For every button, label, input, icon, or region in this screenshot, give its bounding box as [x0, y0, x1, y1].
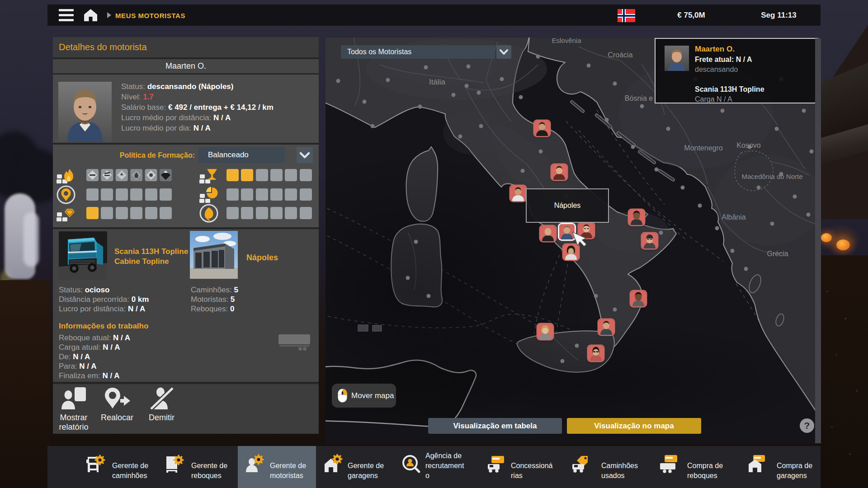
svg-text:Eslovênia: Eslovênia [552, 38, 581, 44]
svg-text:Albânia: Albânia [722, 213, 745, 221]
svg-text:Croácia: Croácia [608, 51, 632, 59]
svg-text:Montenegro: Montenegro [684, 144, 722, 152]
svg-text:Bósnia e: Bósnia e [625, 94, 653, 102]
svg-text:Itália: Itália [429, 78, 445, 86]
svg-text:Kosovo: Kosovo [736, 141, 760, 149]
svg-text:Macedônia do Norte: Macedônia do Norte [741, 173, 802, 180]
svg-text:Grécia: Grécia [767, 250, 788, 258]
